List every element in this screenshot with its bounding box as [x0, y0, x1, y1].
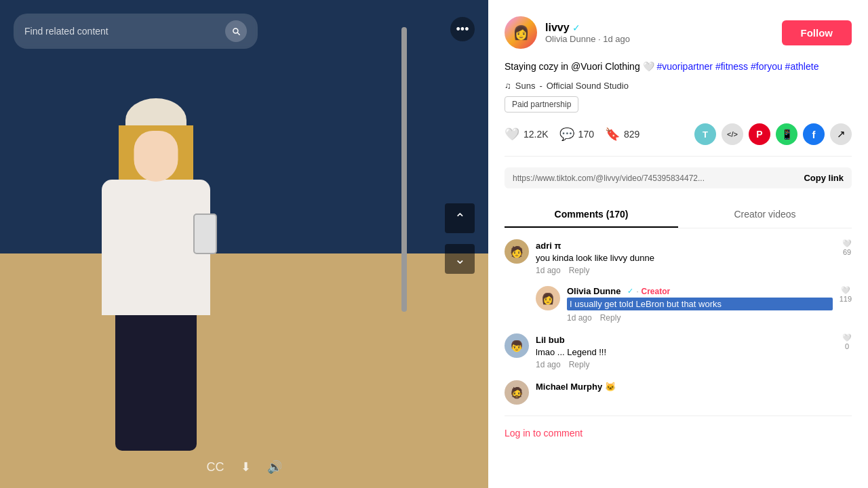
- hashtag-fitness[interactable]: #fitness: [715, 61, 748, 72]
- tab-comments[interactable]: Comments (170): [505, 202, 678, 228]
- comment-text-2: lmao ... Legend !!!: [536, 347, 835, 357]
- user-info: livvy ✓ Olivia Dunne · 1d ago: [545, 22, 782, 44]
- comment-body-2: Lil bub lmao ... Legend !!! 1d ago Reply: [536, 333, 835, 369]
- phone-in-hand: [193, 214, 217, 254]
- chevron-up-icon: ⌃: [454, 210, 466, 226]
- comments-section: 🧑 adri π you kinda look like livvy dunne…: [505, 239, 852, 405]
- commenter-avatar-3: 🧔: [505, 380, 529, 405]
- like-icon-2: 🤍: [842, 333, 852, 342]
- tiktok-icon: T: [703, 129, 708, 140]
- video-panel: ••• ⌃ ⌄ CC ⬇ 🔊: [0, 0, 488, 488]
- like-icon: 🤍: [842, 239, 852, 248]
- stats-row: 🤍 12.2K 💬 170 🔖 829 T </> P 📱 f: [505, 123, 852, 157]
- more-options-button[interactable]: •••: [450, 17, 475, 41]
- like-count-2: 0: [845, 342, 849, 350]
- sound-artist: Suns: [515, 81, 536, 91]
- hashtag-vuoripartner[interactable]: #vuoripartner: [656, 61, 713, 72]
- legs: [115, 315, 197, 451]
- sound-info: ♫ Suns - Official Sound Studio: [505, 81, 852, 91]
- video-background: [0, 0, 488, 488]
- follow-button[interactable]: Follow: [782, 20, 852, 45]
- reply-like[interactable]: 🤍 119: [840, 286, 852, 323]
- comment-like[interactable]: 🤍 69: [842, 239, 852, 275]
- ellipsis-icon: •••: [456, 22, 469, 37]
- comment-item-3: 🧔 Michael Murphy 🐱: [505, 380, 852, 405]
- reply-item: 👩 Olivia Dunne ✓ · Creator I usually get…: [536, 286, 852, 323]
- commenter-avatar: 🧑: [505, 239, 529, 264]
- commenter-avatar-2: 👦: [505, 333, 529, 358]
- embed-button[interactable]: </>: [722, 123, 743, 145]
- embed-icon: </>: [727, 130, 738, 138]
- hashtag-athlete[interactable]: #athlete: [785, 61, 819, 72]
- music-note-icon: ♫: [505, 81, 511, 91]
- tab-creator-videos[interactable]: Creator videos: [678, 202, 852, 228]
- login-link[interactable]: Log in to comment: [505, 428, 583, 439]
- reply-body: Olivia Dunne ✓ · Creator I usually get t…: [567, 286, 833, 323]
- pinterest-button[interactable]: P: [749, 123, 770, 145]
- hashtag-foryou[interactable]: #foryou: [751, 61, 783, 72]
- caption: Staying cozy in @Vuori Clothing 🤍 #vuori…: [505, 60, 852, 74]
- like-count: 119: [840, 295, 852, 303]
- share-arrow-icon: ↗: [837, 128, 846, 140]
- whatsapp-icon: 📱: [781, 129, 793, 140]
- sound-button[interactable]: 🔊: [267, 460, 282, 474]
- facebook-button[interactable]: f: [803, 123, 825, 145]
- like-count: 69: [843, 248, 851, 256]
- verified-icon: ✓: [572, 22, 580, 33]
- save-video-button[interactable]: ⬇: [241, 460, 251, 474]
- heart-icon: 🤍: [505, 127, 519, 142]
- paid-partnership-badge: Paid partnership: [505, 96, 578, 113]
- search-button[interactable]: [225, 20, 247, 42]
- replier-username[interactable]: Olivia Dunne: [567, 286, 620, 296]
- commenter-username[interactable]: adri π: [536, 241, 561, 251]
- replier-avatar: 👩: [536, 286, 560, 310]
- login-section: Log in to comment: [505, 415, 852, 439]
- commenter-username-3[interactable]: Michael Murphy 🐱: [536, 382, 616, 392]
- person-figure: [68, 98, 244, 451]
- like-icon: 🤍: [841, 286, 850, 295]
- url-row: https://www.tiktok.com/@livvy/video/7453…: [505, 167, 852, 188]
- commenter-username-2[interactable]: Lil bub: [536, 335, 565, 345]
- nav-up-button[interactable]: ⌃: [445, 203, 475, 233]
- reply-meta: 1d ago Reply: [567, 313, 833, 323]
- bookmarks-stat[interactable]: 🔖 829: [605, 127, 639, 142]
- sound-title: Official Sound Studio: [547, 81, 629, 91]
- sound-separator: -: [539, 81, 542, 91]
- comment-meta: 1d ago Reply: [536, 266, 835, 275]
- nav-down-button[interactable]: ⌄: [445, 244, 475, 274]
- share-more-button[interactable]: ↗: [830, 123, 852, 145]
- comment-body-3: Michael Murphy 🐱: [536, 380, 852, 405]
- comment-time: 1d ago: [536, 266, 561, 275]
- comment-item: 🧑 adri π you kinda look like livvy dunne…: [505, 239, 852, 275]
- reply-button-2[interactable]: Reply: [569, 360, 590, 369]
- cc-button[interactable]: CC: [207, 460, 224, 474]
- comment-body: adri π you kinda look like livvy dunne 1…: [536, 239, 835, 275]
- comment-like-2[interactable]: 🤍 0: [842, 333, 852, 369]
- username-row: livvy ✓: [545, 22, 782, 34]
- reply-section: 👩 Olivia Dunne ✓ · Creator I usually get…: [536, 286, 852, 323]
- verified-icon-small: ✓: [627, 287, 633, 296]
- bookmark-icon: 🔖: [605, 127, 620, 142]
- facebook-icon: f: [812, 129, 816, 140]
- likes-stat[interactable]: 🤍 12.2K: [505, 127, 549, 142]
- search-bar: [14, 14, 258, 49]
- comment-text: you kinda look like livvy dunne: [536, 253, 835, 263]
- chevron-down-icon: ⌄: [454, 251, 466, 267]
- comment-icon: 💬: [559, 127, 574, 142]
- display-name: Olivia Dunne: [545, 34, 595, 44]
- post-header: 👩 livvy ✓ Olivia Dunne · 1d ago Follow: [505, 16, 852, 49]
- reply-time: 1d ago: [567, 313, 592, 323]
- username[interactable]: livvy: [545, 22, 570, 34]
- video-controls-bar: CC ⬇ 🔊: [207, 460, 282, 474]
- mention-vuori[interactable]: @Vuori Clothing: [571, 61, 640, 72]
- comments-stat[interactable]: 💬 170: [559, 127, 594, 142]
- time-ago: 1d ago: [603, 34, 630, 44]
- search-input[interactable]: [24, 26, 220, 37]
- whatsapp-button[interactable]: 📱: [776, 123, 797, 145]
- copy-link-button[interactable]: Copy link: [804, 173, 844, 183]
- reply-button[interactable]: Reply: [569, 266, 590, 275]
- tiktok-share-button[interactable]: T: [694, 123, 716, 145]
- bookmarks-count: 829: [624, 129, 639, 140]
- post-url: https://www.tiktok.com/@livvy/video/7453…: [513, 174, 798, 183]
- reply-reply-button[interactable]: Reply: [600, 313, 621, 323]
